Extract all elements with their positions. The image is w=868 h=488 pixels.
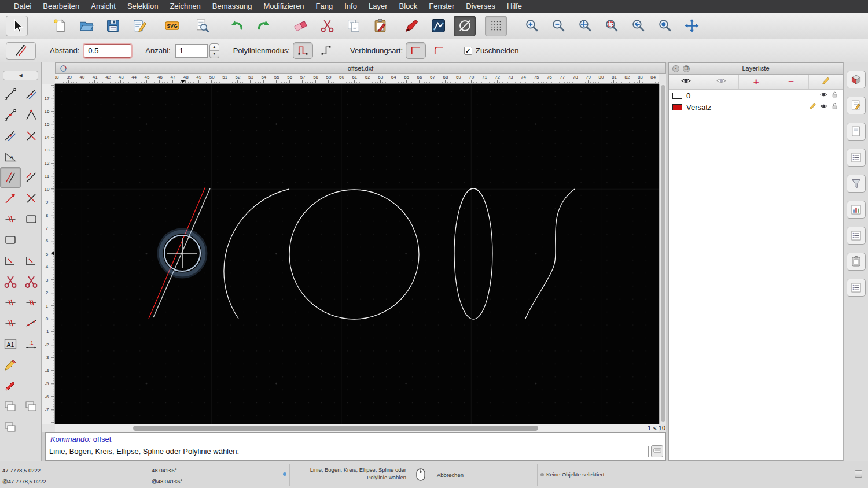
polyline-mode-button-1[interactable]	[293, 42, 313, 59]
menu-layer[interactable]: Layer	[363, 0, 393, 13]
menu-zeichnen[interactable]: Zeichnen	[164, 0, 206, 13]
stepper-up-icon[interactable]: ▲	[210, 44, 219, 51]
detach-icon[interactable]: ❐	[683, 65, 690, 72]
stepper-down-icon[interactable]: ▼	[210, 51, 219, 58]
tool-layer-a[interactable]	[0, 396, 21, 417]
eraser-button[interactable]	[289, 16, 311, 36]
layer-row-0[interactable]: 0	[669, 90, 843, 101]
command-input[interactable]	[244, 446, 649, 457]
horizontal-scrollbar-thumb[interactable]	[133, 426, 538, 431]
tool-divide-three[interactable]	[21, 292, 42, 313]
polyline-tool-button[interactable]	[427, 16, 449, 36]
edit-preferences-button[interactable]	[128, 16, 150, 36]
menu-fang[interactable]: Fang	[310, 0, 339, 13]
zoom-out-button[interactable]	[547, 16, 569, 36]
layer-row-Versatz[interactable]: Versatz	[669, 101, 843, 113]
zoom-window-button[interactable]	[654, 16, 676, 36]
layer-visibility-icon[interactable]	[819, 102, 828, 112]
vertical-scrollbar-thumb[interactable]	[661, 85, 665, 422]
zoom-selection-button[interactable]	[601, 16, 623, 36]
print-preview-button[interactable]	[191, 16, 213, 36]
selection-pointer-button[interactable]	[6, 16, 28, 36]
toolbox-collapse-button[interactable]: ◀	[3, 71, 38, 80]
drawing-canvas[interactable]	[55, 84, 659, 424]
menu-fenster[interactable]: Fenster	[423, 0, 460, 13]
panel-toggle-document[interactable]	[847, 123, 866, 141]
layer-color-swatch[interactable]	[672, 93, 682, 99]
join-type-button-2[interactable]	[429, 42, 449, 59]
grid-toggle-button[interactable]	[485, 16, 507, 36]
trim-checkbox[interactable]: ✓	[464, 47, 472, 55]
panel-toggle-views[interactable]	[847, 227, 866, 245]
tool-break-out[interactable]	[0, 313, 21, 334]
copy-button[interactable]	[343, 16, 365, 36]
layer-visibility-icon[interactable]	[819, 90, 828, 101]
zoom-in-button[interactable]	[521, 16, 543, 36]
tool-offset[interactable]	[0, 167, 21, 188]
menu-modifizieren[interactable]: Modifizieren	[258, 0, 310, 13]
panel-toggle-library[interactable]	[847, 201, 866, 219]
menu-bemassung[interactable]: Bemassung	[207, 0, 258, 13]
panel-toggle-clipboard[interactable]	[847, 253, 866, 271]
horizontal-scrollbar[interactable]	[55, 424, 659, 432]
anzahl-stepper[interactable]: ▲ ▼	[209, 43, 219, 58]
menu-bearbeiten[interactable]: Bearbeiten	[37, 0, 85, 13]
layer-lock-icon[interactable]	[830, 90, 839, 101]
layer-lock-icon[interactable]	[830, 102, 839, 112]
tool-trim-two[interactable]	[21, 271, 42, 292]
remove-layer-button[interactable]: −	[774, 75, 810, 89]
paste-button[interactable]	[369, 16, 391, 36]
tool-layer-c[interactable]	[0, 417, 21, 438]
menu-hilfe[interactable]: Hilfe	[501, 0, 528, 13]
tool-rectangle[interactable]	[21, 209, 42, 230]
new-file-button[interactable]	[49, 16, 71, 36]
panel-toggle-filter[interactable]	[847, 175, 866, 193]
panel-toggle-selection-info[interactable]	[847, 97, 866, 114]
command-options-button[interactable]	[651, 445, 663, 457]
tool-parallel[interactable]	[21, 167, 42, 188]
tool-points[interactable]	[21, 313, 42, 334]
open-file-button[interactable]	[75, 16, 97, 36]
cut-button[interactable]	[316, 16, 338, 36]
show-all-layers-button[interactable]	[669, 75, 704, 89]
menu-block[interactable]: Block	[393, 0, 423, 13]
tool-corner-trim[interactable]	[0, 250, 21, 271]
tool-round[interactable]	[0, 230, 21, 250]
menu-diverses[interactable]: Diverses	[460, 0, 501, 13]
tool-snap-endpoints[interactable]	[0, 84, 21, 105]
save-file-button[interactable]	[102, 16, 124, 36]
grid-status-icon[interactable]	[855, 470, 862, 478]
tool-snap-auto[interactable]	[0, 125, 21, 146]
undo-button[interactable]	[226, 16, 248, 36]
tool-snap-angle[interactable]	[21, 105, 42, 125]
tool-snap-intersection[interactable]	[21, 84, 42, 105]
tool-divide-two[interactable]	[0, 292, 21, 313]
menu-info[interactable]: Info	[339, 0, 363, 13]
panel-toggle-commands[interactable]	[847, 279, 866, 297]
menu-selektion[interactable]: Selektion	[122, 0, 164, 13]
menu-datei[interactable]: Datei	[8, 0, 37, 13]
tool-snap-reference[interactable]	[21, 125, 42, 146]
auto-zoom-button[interactable]	[574, 16, 596, 36]
offset-tool-button[interactable]	[454, 16, 476, 36]
hide-all-layers-button[interactable]	[704, 75, 740, 89]
tool-text[interactable]: A1	[0, 334, 21, 354]
layer-color-swatch[interactable]	[672, 104, 682, 110]
tool-break[interactable]	[21, 188, 42, 209]
close-icon[interactable]: ×	[672, 65, 679, 72]
pan-button[interactable]	[681, 16, 703, 36]
tool-marker[interactable]	[0, 375, 21, 396]
vertical-scrollbar[interactable]	[659, 84, 666, 424]
anzahl-input[interactable]	[175, 44, 208, 58]
redo-button[interactable]	[252, 16, 274, 36]
panel-toggle-layer-list[interactable]	[847, 149, 866, 167]
tool-dimension[interactable]: .1	[21, 334, 42, 354]
property-pen-button[interactable]	[400, 16, 422, 36]
polyline-mode-button-2[interactable]	[316, 42, 336, 59]
previous-view-button[interactable]	[627, 16, 649, 36]
tool-dimension-slope[interactable]: A	[0, 146, 21, 167]
document-titlebar[interactable]: offset.dxf	[55, 62, 666, 74]
tool-sketch[interactable]	[0, 354, 21, 375]
tool-snap-middle[interactable]	[0, 105, 21, 125]
tool-lengthen[interactable]	[0, 188, 21, 209]
